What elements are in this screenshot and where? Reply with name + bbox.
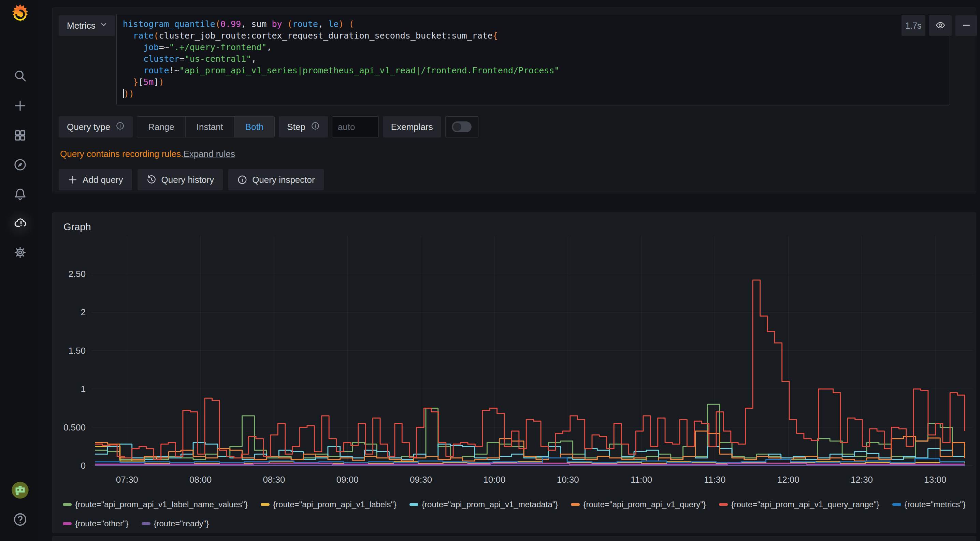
- code-line: histogram_quantile(0.99, sum by (route, …: [123, 18, 943, 30]
- code-line: job=~".+/query-frontend",: [123, 41, 943, 53]
- sidebar: [0, 0, 40, 541]
- code-token: !~: [169, 65, 179, 75]
- remove-query-button[interactable]: [955, 15, 977, 36]
- promql-query-input[interactable]: histogram_quantile(0.99, sum by (route, …: [116, 14, 950, 105]
- code-token: ): [159, 77, 164, 87]
- avatar[interactable]: [11, 481, 29, 500]
- gear-icon: [13, 246, 27, 260]
- code-line: }[5m]): [123, 76, 943, 88]
- code-token: [123, 77, 133, 87]
- legend-item[interactable]: {route="api_prom_api_v1_labels"}: [261, 500, 396, 509]
- sidebar-item-dashboards[interactable]: [13, 129, 28, 144]
- toggle-knob: [453, 123, 461, 131]
- step-input[interactable]: [332, 116, 379, 138]
- grafana-logo[interactable]: [10, 3, 30, 24]
- datasource-metrics-dropdown[interactable]: Metrics: [59, 15, 115, 36]
- time-series-chart[interactable]: [89, 236, 976, 481]
- x-axis-label: 12:00: [764, 474, 812, 485]
- search-icon: [13, 69, 27, 84]
- code-token: (: [215, 19, 220, 29]
- code-token: cluster_job_route:cortex_request_duratio…: [159, 31, 492, 41]
- panel-title[interactable]: Graph: [64, 221, 91, 233]
- sidebar-item-explore[interactable]: [13, 158, 28, 173]
- chart-legend: {route="api_prom_api_v1_label_name_value…: [63, 500, 967, 529]
- query-history-button[interactable]: Query history: [137, 169, 223, 190]
- legend-swatch: [409, 503, 418, 506]
- button-label: Query history: [161, 175, 214, 185]
- sidebar-item-search[interactable]: [13, 69, 28, 84]
- grafana-explore-page: { "app": { "accent_orange": "#F15B2A", "…: [0, 0, 980, 541]
- legend-swatch: [571, 503, 580, 506]
- code-token: (: [154, 31, 159, 41]
- y-axis-label: 0.500: [55, 422, 86, 433]
- button-label: Query inspector: [252, 175, 315, 185]
- code-token: [: [138, 77, 143, 87]
- code-token: "api_prom_api_v1_series|prometheus_api_v…: [180, 65, 560, 75]
- query-editor-card: Metrics histogram_quantile(0.99, sum by …: [52, 8, 976, 194]
- info-icon: [237, 175, 247, 185]
- y-axis-label: 0: [55, 460, 86, 471]
- code-line: cluster="us-central1",: [123, 53, 943, 65]
- code-token: job: [143, 42, 159, 52]
- query-type-instant[interactable]: Instant: [186, 117, 234, 137]
- legend-item[interactable]: {route="metrics"}: [892, 500, 966, 509]
- code-token: cluster: [143, 54, 179, 64]
- code-token: ,: [318, 19, 328, 29]
- code-token: [282, 19, 287, 29]
- exemplars-label-box: Exemplars: [383, 116, 441, 138]
- expand-rules-link[interactable]: Expand rules: [183, 149, 235, 159]
- sidebar-item-alerting[interactable]: [13, 187, 28, 202]
- button-label: Add query: [83, 175, 123, 185]
- series-line-2: [95, 443, 965, 460]
- code-token: 5m: [143, 77, 154, 87]
- chevron-down-icon: [100, 21, 108, 31]
- x-axis-label: 12:30: [838, 474, 886, 485]
- legend-item[interactable]: {route="api_prom_api_v1_query"}: [571, 500, 706, 509]
- code-token: )): [124, 89, 134, 98]
- exemplars-toggle[interactable]: [445, 116, 479, 138]
- legend-label: {route="ready"}: [154, 519, 209, 528]
- query-inspector-button[interactable]: Query inspector: [228, 169, 324, 190]
- legend-swatch: [719, 503, 728, 506]
- query-type-label-box: Query type: [59, 116, 133, 138]
- legend-item[interactable]: {route="ready"}: [142, 519, 209, 529]
- plus-icon: [13, 99, 27, 114]
- query-type-both[interactable]: Both: [234, 117, 275, 137]
- sidebar-item-configuration[interactable]: [13, 246, 28, 260]
- datasource-label: Metrics: [67, 21, 95, 31]
- code-token: "us-central1": [185, 54, 251, 64]
- y-axis-label: 2.50: [55, 269, 86, 279]
- help-icon[interactable]: [13, 512, 28, 527]
- legend-item[interactable]: {route="api_prom_api_v1_label_name_value…: [63, 500, 248, 509]
- query-actions-row: Add queryQuery historyQuery inspector: [59, 169, 324, 190]
- code-token: [123, 54, 143, 64]
- info-icon[interactable]: [116, 121, 124, 133]
- info-icon[interactable]: [311, 121, 320, 133]
- apps-icon: [13, 129, 27, 144]
- code-token: ,: [251, 54, 256, 64]
- legend-label: {route="api_prom_api_v1_query_range"}: [731, 500, 879, 509]
- legend-item[interactable]: {route="api_prom_api_v1_query_range"}: [719, 500, 879, 509]
- code-token: route: [143, 65, 169, 75]
- series-line-4: [95, 280, 965, 460]
- code-token: le: [328, 19, 339, 29]
- code-token: ,: [267, 42, 272, 52]
- next-panel-edge[interactable]: [52, 536, 976, 541]
- add-query-button[interactable]: Add query: [59, 169, 132, 190]
- toggle-pill: [452, 121, 472, 132]
- code-token: ): [339, 19, 344, 29]
- legend-item[interactable]: {route="other"}: [63, 519, 129, 529]
- x-axis-label: 09:30: [397, 474, 445, 485]
- legend-swatch: [63, 503, 72, 506]
- sidebar-item-create[interactable]: [13, 99, 28, 114]
- sidebar-item-cloud-alerts[interactable]: [13, 216, 28, 231]
- code-token: ]: [154, 77, 159, 87]
- query-type-range[interactable]: Range: [137, 117, 186, 137]
- legend-item[interactable]: {route="api_prom_api_v1_metadata"}: [409, 500, 558, 509]
- x-axis-label: 10:00: [471, 474, 518, 485]
- legend-label: {route="api_prom_api_v1_query"}: [583, 500, 706, 509]
- disable-query-button[interactable]: [929, 15, 952, 36]
- legend-label: {route="api_prom_api_v1_label_name_value…: [75, 500, 248, 509]
- legend-swatch: [63, 522, 72, 525]
- series-line-0: [95, 404, 965, 461]
